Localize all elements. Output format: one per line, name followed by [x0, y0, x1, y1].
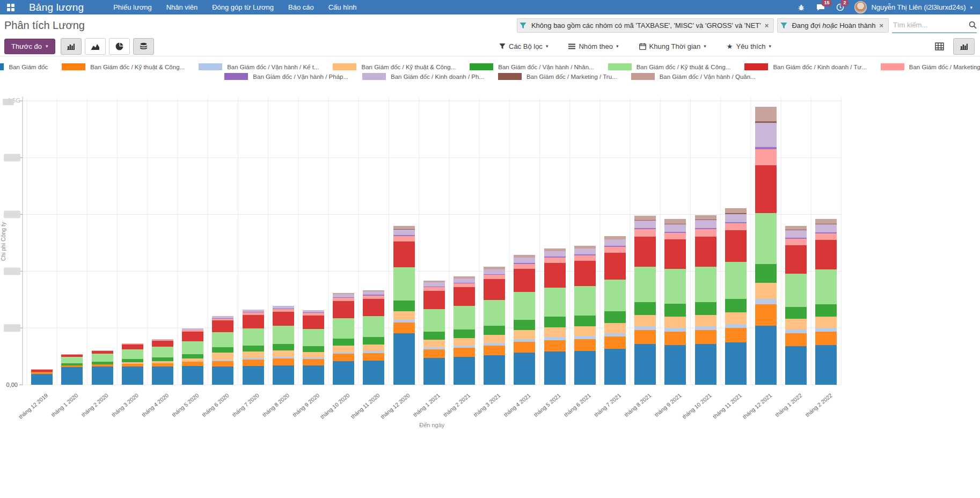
bar-segment[interactable]	[514, 330, 535, 339]
bar-segment[interactable]	[333, 318, 354, 339]
bar-segment[interactable]	[755, 326, 777, 385]
bar-segment[interactable]	[664, 332, 686, 345]
bar-segment[interactable]	[152, 361, 173, 363]
bar-segment[interactable]	[393, 236, 415, 241]
bar-segment[interactable]	[755, 107, 777, 122]
bar-segment[interactable]	[122, 349, 143, 359]
bar-segment[interactable]	[785, 238, 807, 239]
bar-segment[interactable]	[634, 267, 656, 302]
bar-segment[interactable]	[273, 309, 294, 312]
nav-item-employees[interactable]: Nhân viên	[166, 3, 198, 11]
stacked-bar[interactable]	[31, 369, 53, 385]
bar-segment[interactable]	[604, 239, 626, 246]
bar-segment[interactable]	[484, 267, 505, 269]
salary-analysis-chart[interactable]: 0,001,5Gtháng 12 2019tháng 1 2020tháng 2…	[0, 86, 980, 498]
bar-segment[interactable]	[725, 312, 747, 324]
stacked-bar[interactable]	[544, 248, 566, 385]
bar-segment[interactable]	[333, 298, 354, 301]
bar-segment[interactable]	[695, 302, 716, 315]
bar-segment[interactable]	[454, 329, 475, 338]
bar-segment[interactable]	[815, 269, 837, 304]
bar-segment[interactable]	[514, 320, 535, 330]
bar-segment[interactable]	[815, 317, 837, 328]
bar-segment[interactable]	[634, 221, 656, 228]
bar-segment[interactable]	[212, 361, 233, 367]
bar-segment[interactable]	[454, 348, 475, 357]
stacked-toggle-button[interactable]	[133, 38, 154, 55]
bar-segment[interactable]	[454, 283, 475, 283]
bar-segment[interactable]	[303, 357, 324, 359]
bar-segment[interactable]	[122, 367, 143, 385]
bar-segment[interactable]	[604, 246, 626, 247]
bar-segment[interactable]	[92, 367, 113, 385]
bar-segment[interactable]	[604, 323, 626, 333]
bar-segment[interactable]	[454, 279, 475, 283]
bar-segment[interactable]	[333, 354, 354, 361]
bar-segment[interactable]	[604, 311, 626, 323]
bar-segment[interactable]	[333, 346, 354, 352]
bar-segment[interactable]	[574, 351, 596, 385]
pivot-view-button[interactable]	[928, 38, 950, 55]
bar-segment[interactable]	[61, 367, 83, 385]
bar-segment[interactable]	[755, 123, 777, 147]
bar-segment[interactable]	[695, 228, 716, 229]
bar-segment[interactable]	[363, 351, 384, 353]
bar-segment[interactable]	[363, 290, 384, 291]
bar-segment[interactable]	[122, 362, 143, 364]
legend-item[interactable]: Ban Giám đốc / Kỹ thuật & Công...	[62, 63, 185, 70]
stacked-bar[interactable]	[182, 328, 203, 385]
bar-segment[interactable]	[725, 214, 747, 222]
app-title[interactable]: Bảng lương	[29, 2, 84, 13]
stacked-bar[interactable]	[393, 226, 415, 385]
bar-segment[interactable]	[61, 365, 83, 367]
bar-segment[interactable]	[514, 255, 535, 258]
bar-segment[interactable]	[755, 121, 777, 122]
bar-segment[interactable]	[182, 362, 203, 366]
bar-segment[interactable]	[664, 269, 686, 304]
legend-item[interactable]: Ban Giám đốc / Marketing / Biê...	[881, 63, 980, 70]
stacked-bar[interactable]	[634, 216, 656, 385]
bar-segment[interactable]	[92, 354, 113, 362]
legend-item[interactable]: Ban Giám đốc / Marketing / Tru...	[498, 73, 617, 80]
bar-segment[interactable]	[92, 362, 113, 364]
bar-segment[interactable]	[634, 237, 656, 267]
bar-segment[interactable]	[574, 336, 596, 339]
bar-segment[interactable]	[303, 365, 324, 385]
bar-segment[interactable]	[574, 255, 596, 261]
bar-segment[interactable]	[695, 219, 716, 220]
bar-segment[interactable]	[544, 263, 566, 288]
bar-segment[interactable]	[393, 301, 415, 311]
stacked-bar[interactable]	[152, 339, 173, 385]
bar-segment[interactable]	[122, 345, 143, 349]
bar-segment[interactable]	[363, 337, 384, 345]
legend-item[interactable]: Ban Giám đốc / Vận hành / Quân...	[631, 73, 756, 80]
bar-segment[interactable]	[152, 367, 173, 385]
bar-segment[interactable]	[574, 248, 596, 254]
stacked-bar[interactable]	[484, 267, 505, 385]
bar-segment[interactable]	[725, 208, 747, 213]
bar-segment[interactable]	[92, 364, 113, 367]
bar-segment[interactable]	[243, 312, 264, 315]
bar-segment[interactable]	[31, 369, 53, 370]
bar-segment[interactable]	[634, 220, 656, 221]
bar-segment[interactable]	[785, 239, 807, 245]
bar-segment[interactable]	[544, 327, 566, 337]
bar-segment[interactable]	[182, 341, 203, 354]
bar-segment[interactable]	[212, 353, 233, 360]
search-icon[interactable]	[969, 21, 977, 29]
bar-segment[interactable]	[785, 230, 807, 230]
bar-segment[interactable]	[273, 344, 294, 350]
bar-segment[interactable]	[363, 316, 384, 337]
bar-segment[interactable]	[604, 336, 626, 349]
bar-segment[interactable]	[484, 346, 505, 355]
bar-segment[interactable]	[484, 279, 505, 300]
bar-segment[interactable]	[815, 304, 837, 317]
bar-segment[interactable]	[544, 337, 566, 340]
bar-segment[interactable]	[61, 354, 83, 355]
nav-item-settings[interactable]: Cấu hình	[328, 3, 357, 11]
bar-segment[interactable]	[815, 328, 837, 332]
bar-segment[interactable]	[152, 347, 173, 357]
bar-segment[interactable]	[423, 340, 445, 347]
bar-segment[interactable]	[182, 328, 203, 330]
user-menu[interactable]: Nguyễn Thị Liên (i2l3lurxd24s) ▾	[854, 1, 972, 13]
